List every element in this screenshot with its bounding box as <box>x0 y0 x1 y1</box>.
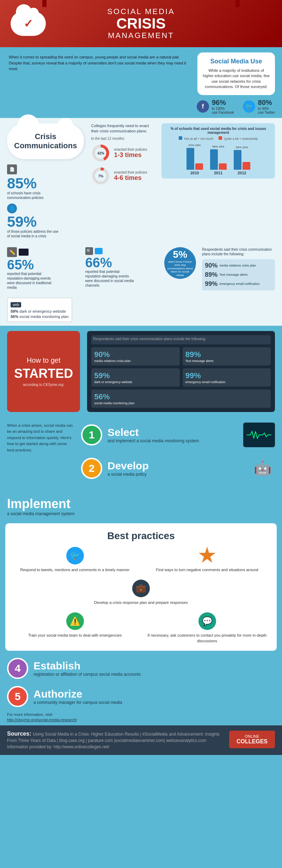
stat2-pct: 59% <box>7 214 84 229</box>
step4-row: 4 Establish registration or affiliation … <box>7 658 275 679</box>
phone-respondents-note: Respondents said their crisis communicat… <box>93 337 269 341</box>
step5-title: Authorize <box>33 688 122 700</box>
step5-row: 5 Authorize a community manager for camp… <box>7 686 275 707</box>
web-stat1-desc: dark or emergency website <box>19 309 66 313</box>
bar-2011-labels: 58% 18% <box>212 145 224 148</box>
chart-container: % of schools that used social media for … <box>161 123 275 179</box>
step4-desc: registration or affiliation of campus so… <box>33 672 141 677</box>
bar-2010-blue <box>186 148 194 170</box>
phone-stat99-desc: emergency email notification <box>185 380 268 384</box>
social-use-row: When it comes to spreading the word on c… <box>7 52 275 95</box>
how-label: How to get <box>14 356 73 364</box>
step4-num: 4 <box>7 658 28 679</box>
bp3: 💼 Develop a crisis response plan and pre… <box>12 580 270 605</box>
cps2-desc: Text message alerts <box>219 273 247 276</box>
twitter-pct: 80% <box>258 99 275 107</box>
bp5-text: If necessary, ask customers to contact y… <box>145 633 270 644</box>
how-started-section: How to get STARTED according to CKSyme.o… <box>0 326 282 417</box>
cps1-pct: 90% <box>205 262 217 269</box>
implement-row: Implement a social media management syst… <box>7 497 275 516</box>
steps-intro-row: When a crisis arises, social media can b… <box>7 423 275 489</box>
bp1-text: Respond to tweets, mentions and comments… <box>20 567 130 573</box>
phone-stats-box: Respondents said their crisis communicat… <box>87 331 275 412</box>
step5-num: 5 <box>7 686 28 707</box>
sources-text-inline: Using Social Media in a Crisis: Higher E… <box>7 732 220 749</box>
stat1-desc: of schools have crisis communication pol… <box>7 191 60 200</box>
step5-desc: a community manager for campus social me… <box>33 700 122 705</box>
bar-year-2010: 2010 <box>190 171 199 175</box>
policy1-row: 42% enacted their policies 1-3 times <box>91 143 154 163</box>
twitter-stat-text: 80% to 94% use Twitter <box>258 99 275 114</box>
cps2: 89% Text message alerts <box>205 271 272 279</box>
bp5: 💬 If necessary, ask customers to contact… <box>145 612 270 644</box>
more-info-url[interactable]: http://cksyme.org/social-media-research/ <box>7 718 275 722</box>
chart-title: % of schools that used social media for … <box>165 127 271 135</box>
monitor-icon <box>19 249 29 256</box>
cps3-desc: emergency email notification <box>219 282 259 286</box>
more-info-label: For more information, visit: <box>7 712 275 717</box>
cps1-desc: media relations crisis plan <box>219 264 256 267</box>
step2-title: Develop <box>108 460 149 472</box>
bar-2012-blue-pct: 56% <box>236 146 241 149</box>
oc-colleges: COLLEGES <box>234 738 270 745</box>
social-use-title: Social Media Use <box>203 58 270 65</box>
phone-stat99: 99% emergency email notification <box>183 368 271 387</box>
header-title: SOCIAL MEDIA CRISIS MANAGEMENT <box>107 7 175 40</box>
bars-2010 <box>186 148 203 170</box>
bar-2010-labels: 62% 18% <box>189 144 201 147</box>
stat5-desc: didn't know if there were any conversati… <box>167 260 193 277</box>
social-use-box: Social Media Use While a majority of ins… <box>197 52 275 95</box>
bp1-icon: 🐦 <box>66 547 84 564</box>
p1-label: enacted their policies <box>114 148 147 151</box>
phone-stat59-pct: 59% <box>94 371 177 380</box>
phone-stat90-pct: 90% <box>94 350 177 359</box>
policies-title: Colleges frequently need to enact their … <box>91 123 154 134</box>
bar-year-2011: 2011 <box>214 171 222 175</box>
legend-blue-dot <box>179 136 182 140</box>
web-stats-section: web 59% dark or emergency website 56% so… <box>0 296 282 326</box>
web-stat2: 56% social media monitoring plan <box>11 314 69 319</box>
ribbon-right <box>235 0 240 7</box>
bar-2012-red <box>243 162 250 170</box>
facebook-stat-text: 96% to 100% use Facebook <box>212 99 234 114</box>
stat65-desc: reported that potential reputation-damag… <box>7 271 53 290</box>
bp1: 🐦 Respond to tweets, mentions and commen… <box>12 547 137 573</box>
step4-text: Establish registration or affiliation of… <box>33 660 141 677</box>
step1-num: 1 <box>81 424 102 445</box>
p2-label: enacted their policies <box>114 170 147 174</box>
how-started-row: How to get STARTED according to CKSyme.o… <box>7 331 275 412</box>
pencil-icon: ✏️ <box>7 247 17 257</box>
bp2-text: Find ways to turn negative comments and … <box>156 567 258 573</box>
phone-icon <box>95 248 103 254</box>
step5-text: Authorize a community manager for campus… <box>33 688 122 705</box>
globe-icon: 🌐 <box>7 204 17 213</box>
crisis-left: CrisisCommunications 📄 85% of schools ha… <box>7 123 84 238</box>
web-stat2-pct: 56% <box>11 314 18 319</box>
twitter-range: to 94% <box>258 107 275 111</box>
cps2-pct: 89% <box>205 271 217 279</box>
cps3: 99% emergency email notification <box>205 280 272 288</box>
facebook-pct: 96% <box>212 99 234 107</box>
bar-2010-blue-pct: 62% <box>189 144 194 147</box>
bar-2012-labels: 56% 22% <box>236 146 248 149</box>
bars-2012 <box>234 150 250 170</box>
respondents-note: Respondents said their crisis communicat… <box>202 247 275 256</box>
twitter-icon: 🐦 <box>243 100 255 113</box>
bp-title: Best practices <box>12 530 270 542</box>
stat65-pct: 65% <box>7 258 80 271</box>
legend-blue-label: Not at all + not much <box>184 137 213 140</box>
implement-section: Implement a social media management syst… <box>0 495 282 520</box>
bp2-icon <box>198 547 216 564</box>
pie1: 42% <box>91 143 110 163</box>
step2-desc: a social media policy <box>108 472 149 477</box>
chart-section: % of schools that used social media for … <box>161 123 275 179</box>
stat65-icons: ✏️ <box>7 247 80 257</box>
phone-stat56-pct: 56% <box>94 392 268 401</box>
bar-2010-red-pct: 18% <box>195 144 201 147</box>
bp4: ⚠️ Train your social media team to deal … <box>12 612 137 644</box>
stat66-desc: reported that potential reputation-damag… <box>85 269 135 288</box>
p1-times: 1-3 times <box>114 151 147 159</box>
establish-section: 4 Establish registration or affiliation … <box>0 654 282 725</box>
stat66-pct: 66% <box>85 256 158 269</box>
policies-section: Colleges frequently need to enact their … <box>91 123 154 186</box>
